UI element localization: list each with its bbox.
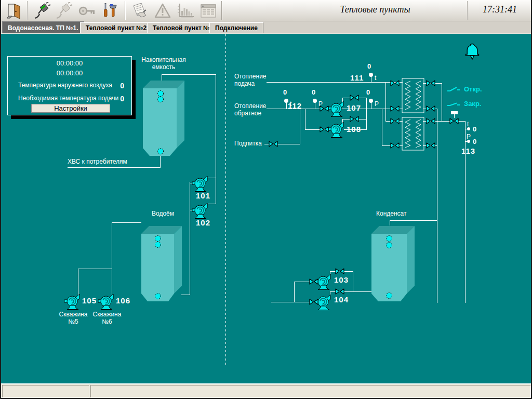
pipe-segment: [369, 73, 373, 77]
valve-icon[interactable]: [309, 278, 318, 285]
scada-window: Тепловые пункты 17:31:41 Водонасосная. Т…: [0, 0, 532, 399]
heat-exchanger-2: [402, 117, 424, 151]
sensor-value: 0: [312, 88, 315, 96]
valve-icon[interactable]: [335, 288, 344, 295]
required-temp-row: Необходимая температура подачи 0: [8, 95, 131, 103]
pipe-segment: [216, 74, 216, 204]
sensor-value: 0: [366, 88, 370, 96]
pipe-segment: [162, 74, 216, 75]
pump-107-icon[interactable]: [328, 101, 345, 117]
settings-button[interactable]: Настройки: [31, 104, 110, 113]
sensor-value: 0: [283, 88, 287, 96]
pump-108-label: 108: [347, 125, 361, 134]
pipe-segment: [267, 82, 403, 83]
required-temp-label: Необходимая температура подачи: [18, 95, 118, 103]
pipe-segment: [442, 83, 442, 122]
valve-icon[interactable]: [426, 118, 435, 124]
pipe-segment: [68, 167, 161, 168]
pump-106-icon[interactable]: [98, 294, 115, 310]
pipe-segment: [286, 102, 287, 109]
pipe-segment: [369, 99, 373, 103]
pipe-segment: [371, 76, 371, 82]
alarm-bell-icon[interactable]: [464, 43, 480, 60]
valve-icon[interactable]: [390, 105, 400, 112]
pipe-segment: [382, 109, 382, 146]
pipe-segment: [305, 109, 305, 129]
valve-icon[interactable]: [335, 268, 344, 274]
valve-icon[interactable]: [426, 80, 435, 86]
pipe-segment: [390, 220, 437, 221]
pipe-segment: [366, 98, 367, 130]
pump-102-icon[interactable]: [192, 203, 209, 219]
valve-icon[interactable]: [390, 142, 400, 149]
pipe-segment: [78, 269, 112, 269]
pipe-segment: [112, 222, 112, 295]
pipe-segment: [160, 156, 161, 168]
condensate-label: Конденсат: [376, 210, 407, 217]
sensor-value: 0: [473, 125, 476, 133]
sensor-letter: t: [467, 121, 469, 128]
sensor-value: 0: [473, 138, 476, 145]
pipe-segment: [78, 269, 78, 295]
pipe-segment: [385, 82, 386, 122]
sensor-letter: t: [375, 74, 376, 82]
outdoor-temp-value: 0: [120, 82, 124, 90]
valve-icon[interactable]: [426, 105, 435, 112]
timer-2: 00:00:00: [8, 69, 131, 77]
pipe-segment: [190, 182, 190, 295]
pipe-segment: [294, 282, 295, 302]
info-panel: 00:00:00 00:00:00 Температура наружнего …: [7, 56, 132, 115]
pipe-segment: [437, 109, 437, 303]
valve-icon[interactable]: [390, 80, 400, 86]
storage-tank-label: Накопительная емкость: [138, 56, 190, 71]
pipe-segment: [112, 222, 141, 223]
schematic: t 0 t 0 P 0 P 0 t 0 P 0 111 112 113 101 …: [1, 0, 532, 399]
legend-open-label: Откр.: [464, 85, 482, 93]
valve-icon[interactable]: [390, 118, 400, 124]
status-bar: [1, 383, 532, 398]
valve-icon[interactable]: [426, 142, 435, 149]
valve-icon[interactable]: [350, 116, 359, 122]
sensor-value: 0: [367, 62, 371, 70]
valve-icon[interactable]: [350, 95, 359, 101]
pipe-segment: [300, 109, 300, 144]
condensate-tank: [370, 224, 416, 308]
outdoor-temp-label: Температура наружнего воздуха: [18, 82, 112, 90]
tag-111: 111: [350, 73, 364, 82]
status-panel-right: [90, 385, 531, 397]
makeup-label: Подпитка: [234, 140, 262, 147]
pump-105-icon[interactable]: [64, 294, 81, 310]
valve-icon[interactable]: [309, 299, 318, 305]
section-divider: [225, 34, 226, 366]
hvs-label: ХВС к потребителям: [68, 158, 127, 165]
tag-112: 112: [288, 101, 302, 110]
valve-icon[interactable]: [320, 126, 329, 132]
well5-label: Скважина №5: [57, 311, 89, 325]
pipe-segment: [353, 271, 353, 292]
well6-label: Скважина №6: [91, 311, 123, 325]
pump-107-label: 107: [347, 103, 361, 112]
pump-104-label: 104: [334, 295, 349, 304]
pump-105-label: 105: [82, 296, 97, 305]
pump-101-icon[interactable]: [192, 176, 209, 192]
control-valve-icon[interactable]: [449, 118, 459, 124]
switch-open-icon: [447, 86, 460, 92]
sensor-letter: P: [467, 133, 471, 140]
pipe-segment: [313, 99, 317, 103]
switch-closed-icon: [447, 101, 460, 107]
storage-tank: [141, 79, 186, 157]
pump-108-icon[interactable]: [328, 122, 345, 138]
pipe-segment: [271, 302, 294, 302]
heating-return-label: Отопление обратное: [234, 102, 267, 117]
reservoir-label: Водоём: [152, 210, 174, 217]
tag-113: 113: [461, 147, 475, 155]
pump-102-label: 102: [196, 218, 210, 227]
timer-1: 00:00:00: [8, 59, 131, 67]
heat-exchanger-1: [402, 78, 424, 113]
sensor-letter: P: [375, 100, 379, 108]
pump-101-label: 101: [196, 191, 210, 200]
pipe-segment: [315, 102, 315, 109]
pump-103-label: 103: [334, 275, 349, 284]
valve-icon[interactable]: [269, 141, 278, 147]
required-temp-value: 0: [120, 95, 124, 103]
